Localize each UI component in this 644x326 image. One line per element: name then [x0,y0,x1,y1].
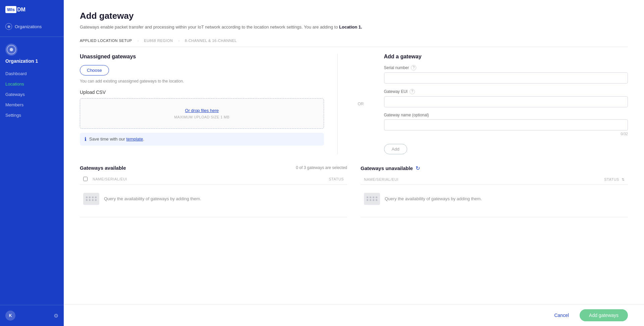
char-count: 0/32 [384,132,628,136]
serial-number-label: Serial number ? [384,65,628,70]
bc-channel: 8-CHANNEL & 16-CHANNEL [185,39,237,43]
select-all-checkbox[interactable] [83,177,88,181]
unavailable-name-col: NAME/SERIAL/EUI [364,177,598,181]
sidebar-item-settings[interactable]: Settings [5,110,58,120]
org-avatar [5,44,17,56]
org-dot [10,48,13,51]
dot [92,197,94,198]
dot [92,199,94,201]
unavailable-title-row: Gateways unavailable ↻ [361,165,420,171]
right-column: Add a gateway Serial number ? Gateway EU… [384,54,628,154]
dots-grid-unavailable [367,197,378,201]
dots-grid-available [86,197,97,201]
bc-sep1: › [138,39,139,43]
dot [376,199,377,201]
page-location-name: Location 1. [339,24,362,30]
unavailable-title: Gateways unavailable [361,165,413,171]
unassigned-title: Unassigned gateways [80,54,324,60]
or-divider: OR [351,102,371,106]
organizations-label: Organizations [15,24,42,29]
available-header-row: Gateways available 0 of 3 gateways are s… [80,165,347,171]
logo-wis: Wis [5,6,16,13]
sidebar-item-members[interactable]: Members [5,100,58,110]
gateway-eui-input[interactable] [384,96,628,107]
organizations-section: ⊕ Organizations [0,19,64,37]
gateways-unavailable-table: Gateways unavailable ↻ NAME/SERIAL/EUI S… [361,165,628,217]
available-col-headers: NAME/SERIAL/EUI STATUS [80,174,347,185]
sidebar-item-locations[interactable]: Locations [5,79,58,89]
dot [370,197,371,198]
serial-number-input[interactable] [384,72,628,84]
template-link[interactable]: template [126,137,143,142]
unavailable-empty-text: Query the availability of gateways by ad… [385,196,482,201]
gateway-name-input[interactable] [384,119,628,130]
available-status-col: STATUS [317,177,344,181]
drop-link[interactable]: Or drop files here [90,108,314,113]
available-subtitle: 0 of 3 gateways are selected [296,165,347,170]
dot [95,199,97,201]
add-gateways-button[interactable]: Add gateways [580,309,628,321]
sidebar-bottom: K ⚙ [0,305,64,326]
choose-button[interactable]: Choose [80,65,109,75]
dot [373,197,374,198]
org-avatar-inner [7,45,16,54]
content-scroll: Add gateway Gateways enable packet trans… [64,0,644,304]
dot [367,199,368,201]
template-hint-text: Save time with our template. [89,137,144,142]
dot [89,199,91,201]
sidebar-item-dashboard[interactable]: Dashboard [5,68,58,79]
tables-section: Gateways available 0 of 3 gateways are s… [80,165,628,217]
gateway-name-group: Gateway name (optional) 0/32 [384,113,628,136]
info-icon: ℹ [85,136,87,142]
unavailable-divider [361,217,628,217]
unavailable-empty-state: Query the availability of gateways by ad… [361,185,628,213]
dot [376,197,377,198]
dot [86,197,88,198]
cancel-button[interactable]: Cancel [549,310,574,321]
sidebar-item-label-locations: Locations [5,82,24,87]
available-empty-state: Query the availability of gateways by ad… [80,185,347,213]
main-content: Add gateway Gateways enable packet trans… [64,0,644,326]
refresh-icon[interactable]: ↻ [416,165,420,171]
available-empty-text: Query the availability of gateways by ad… [104,196,201,201]
drop-max: MAXIMUM UPLOAD SIZE 1 MB [90,115,314,119]
org-section: Organization 1 Dashboard Locations Gatew… [0,37,64,124]
sidebar-item-label-settings: Settings [5,113,21,118]
add-button[interactable]: Add [384,144,407,154]
dot [367,197,368,198]
available-checkbox-header [83,177,93,182]
drop-zone[interactable]: Or drop files here MAXIMUM UPLOAD SIZE 1… [80,98,324,129]
gateways-available-table: Gateways available 0 of 3 gateways are s… [80,165,347,217]
dot [373,199,374,201]
gear-icon[interactable]: ⚙ [54,313,58,319]
logo-dm: DM [17,7,25,13]
page-footer: Cancel Add gateways [64,304,644,326]
left-column: Unassigned gateways Choose You can add e… [80,54,338,154]
upload-label: Upload CSV [80,90,324,95]
gateway-eui-label: Gateway EUI ? [384,89,628,94]
sidebar-logo: Wis DM [0,0,64,19]
organizations-link[interactable]: ⊕ Organizations [5,22,58,31]
available-divider [80,217,347,217]
page-title: Add gateway [80,11,628,21]
org-name: Organization 1 [5,58,58,64]
unavailable-empty-thumb [364,193,380,205]
globe-icon: ⊕ [5,23,12,30]
gateway-eui-group: Gateway EUI ? [384,89,628,107]
bc-applied: Applied location setup [80,39,132,43]
eui-help-icon[interactable]: ? [410,89,415,94]
page-desc: Gateways enable packet transfer and proc… [80,24,628,31]
unavailable-header-row: Gateways unavailable ↻ [361,165,628,171]
sidebar-item-label-gateways: Gateways [5,92,25,97]
available-empty-thumb [83,193,99,205]
sidebar-item-gateways[interactable]: Gateways [5,89,58,100]
bc-region: EU868 REGION [144,39,173,43]
gateway-name-label: Gateway name (optional) [384,113,628,117]
sort-icon[interactable]: ⇅ [622,177,625,181]
sidebar-item-label-members: Members [5,102,23,107]
two-col-layout: Unassigned gateways Choose You can add e… [80,54,628,154]
page-desc-text: Gateways enable packet transfer and proc… [80,24,338,30]
template-hint: ℹ Save time with our template. [80,133,324,146]
serial-help-icon[interactable]: ? [411,65,416,70]
breadcrumb-tabs: Applied location setup › EU868 REGION › … [80,39,628,47]
